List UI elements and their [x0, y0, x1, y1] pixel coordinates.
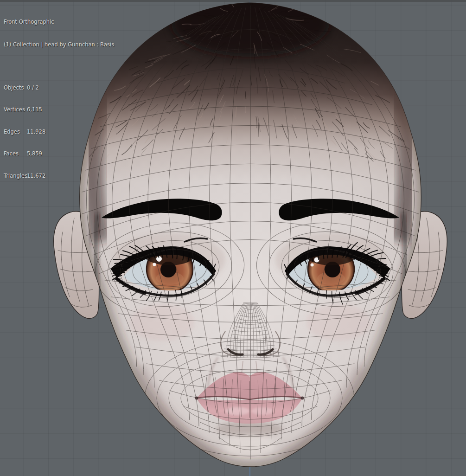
stats-row: Vertices 6,115: [4, 106, 114, 114]
view-label: Front Orthographic: [4, 18, 114, 26]
stats-value: 5,859: [27, 150, 42, 157]
stats-row: Faces 5,859: [4, 150, 114, 158]
stats-value: 11,928: [27, 128, 45, 135]
stats-overlay: Objects 0 / 2 Vertices 6,115 Edges 11,92…: [4, 69, 114, 194]
stats-label: Objects: [4, 84, 27, 91]
viewport-3d[interactable]: Front Orthographic (1) Collection | head…: [0, 0, 466, 476]
stats-row: Edges 11,928: [4, 128, 114, 135]
stats-row: Triangles 11,672: [4, 172, 114, 180]
stats-label: Vertices: [4, 106, 27, 113]
stats-label: Triangles: [4, 172, 27, 180]
stats-value: 6,115: [27, 106, 42, 113]
viewport-overlay: Front Orthographic (1) Collection | head…: [4, 3, 114, 209]
viewport-top-edge: [0, 0, 466, 2]
context-label: (1) Collection | head by Gunnchan : Basi…: [4, 41, 114, 48]
head-mesh: [60, 0, 440, 467]
stats-value: 11,672: [27, 172, 45, 180]
stats-row: Objects 0 / 2: [4, 84, 114, 91]
stats-label: Edges: [4, 128, 27, 135]
stats-label: Faces: [4, 150, 27, 157]
stats-value: 0 / 2: [27, 84, 39, 91]
